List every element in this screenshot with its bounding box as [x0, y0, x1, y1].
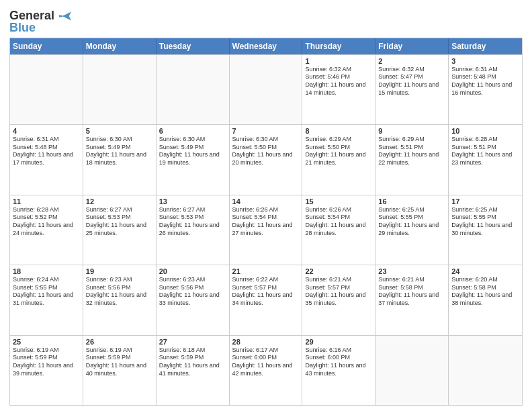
- calendar-header-cell: Monday: [83, 38, 157, 54]
- calendar-cell: 6Sunrise: 6:30 AM Sunset: 5:49 PM Daylig…: [157, 125, 230, 194]
- cell-info: Sunrise: 6:17 AM Sunset: 6:00 PM Dayligh…: [232, 347, 300, 378]
- cell-day-number: 28: [232, 338, 300, 346]
- calendar-cell: 20Sunrise: 6:23 AM Sunset: 5:56 PM Dayli…: [157, 265, 230, 334]
- logo: General Blue: [9, 9, 71, 35]
- cell-day-number: 25: [13, 338, 80, 346]
- cell-day-number: 18: [13, 267, 80, 275]
- cell-day-number: 4: [13, 127, 80, 135]
- cell-info: Sunrise: 6:29 AM Sunset: 5:51 PM Dayligh…: [378, 136, 445, 167]
- cell-info: Sunrise: 6:31 AM Sunset: 5:48 PM Dayligh…: [451, 66, 519, 97]
- calendar-cell: 11Sunrise: 6:28 AM Sunset: 5:52 PM Dayli…: [10, 195, 83, 265]
- cell-day-number: 3: [451, 57, 519, 65]
- cell-day-number: 14: [232, 197, 300, 205]
- cell-info: Sunrise: 6:26 AM Sunset: 5:54 PM Dayligh…: [305, 206, 372, 238]
- calendar-week: 4Sunrise: 6:31 AM Sunset: 5:48 PM Daylig…: [10, 124, 522, 194]
- logo-bird-icon: [59, 11, 71, 21]
- calendar-week: 25Sunrise: 6:19 AM Sunset: 5:59 PM Dayli…: [10, 335, 522, 405]
- calendar-cell: 16Sunrise: 6:25 AM Sunset: 5:55 PM Dayli…: [375, 195, 449, 265]
- cell-day-number: 22: [305, 267, 372, 275]
- calendar-cell: 23Sunrise: 6:21 AM Sunset: 5:58 PM Dayli…: [375, 265, 449, 334]
- calendar-cell: 18Sunrise: 6:24 AM Sunset: 5:55 PM Dayli…: [10, 265, 83, 334]
- cell-day-number: 21: [232, 267, 300, 275]
- cell-info: Sunrise: 6:18 AM Sunset: 5:59 PM Dayligh…: [159, 347, 226, 378]
- cell-day-number: 15: [305, 197, 372, 205]
- cell-info: Sunrise: 6:27 AM Sunset: 5:53 PM Dayligh…: [159, 206, 226, 238]
- calendar-cell: 28Sunrise: 6:17 AM Sunset: 6:00 PM Dayli…: [230, 336, 303, 405]
- calendar-cell: 14Sunrise: 6:26 AM Sunset: 5:54 PM Dayli…: [230, 195, 303, 265]
- cell-day-number: 27: [159, 338, 226, 346]
- cell-day-number: 6: [159, 127, 226, 135]
- calendar-cell: 1Sunrise: 6:32 AM Sunset: 5:46 PM Daylig…: [302, 55, 375, 124]
- cell-info: Sunrise: 6:27 AM Sunset: 5:53 PM Dayligh…: [86, 206, 153, 238]
- cell-info: Sunrise: 6:25 AM Sunset: 5:55 PM Dayligh…: [451, 206, 519, 238]
- cell-info: Sunrise: 6:30 AM Sunset: 5:49 PM Dayligh…: [159, 136, 226, 167]
- cell-day-number: 26: [86, 338, 153, 346]
- cell-info: Sunrise: 6:21 AM Sunset: 5:57 PM Dayligh…: [305, 276, 372, 308]
- calendar-week: 1Sunrise: 6:32 AM Sunset: 5:46 PM Daylig…: [10, 54, 522, 124]
- calendar-cell: 25Sunrise: 6:19 AM Sunset: 5:59 PM Dayli…: [10, 336, 83, 405]
- calendar-header-cell: Friday: [375, 38, 449, 54]
- cell-day-number: 8: [305, 127, 372, 135]
- calendar-body: 1Sunrise: 6:32 AM Sunset: 5:46 PM Daylig…: [10, 54, 522, 405]
- calendar-cell: 4Sunrise: 6:31 AM Sunset: 5:48 PM Daylig…: [10, 125, 83, 194]
- calendar-cell: 3Sunrise: 6:31 AM Sunset: 5:48 PM Daylig…: [449, 55, 522, 124]
- cell-day-number: 24: [451, 267, 519, 275]
- logo-line2: Blue: [9, 21, 36, 35]
- calendar-cell: 24Sunrise: 6:20 AM Sunset: 5:58 PM Dayli…: [449, 265, 522, 334]
- cell-day-number: 29: [305, 338, 372, 346]
- cell-info: Sunrise: 6:31 AM Sunset: 5:48 PM Dayligh…: [13, 136, 80, 167]
- cell-day-number: 23: [378, 267, 445, 275]
- cell-info: Sunrise: 6:32 AM Sunset: 5:47 PM Dayligh…: [378, 66, 445, 97]
- calendar-header-cell: Sunday: [10, 38, 83, 54]
- cell-info: Sunrise: 6:21 AM Sunset: 5:58 PM Dayligh…: [378, 276, 445, 308]
- cell-day-number: 17: [451, 197, 519, 205]
- cell-day-number: 2: [378, 57, 445, 65]
- cell-day-number: 5: [86, 127, 153, 135]
- calendar-cell: 10Sunrise: 6:28 AM Sunset: 5:51 PM Dayli…: [449, 125, 522, 194]
- cell-info: Sunrise: 6:30 AM Sunset: 5:50 PM Dayligh…: [232, 136, 300, 167]
- cell-info: Sunrise: 6:26 AM Sunset: 5:54 PM Dayligh…: [232, 206, 300, 238]
- calendar-cell: [449, 336, 522, 405]
- cell-info: Sunrise: 6:24 AM Sunset: 5:55 PM Dayligh…: [13, 276, 80, 308]
- calendar-cell: [10, 55, 83, 124]
- cell-info: Sunrise: 6:25 AM Sunset: 5:55 PM Dayligh…: [378, 206, 445, 238]
- cell-info: Sunrise: 6:28 AM Sunset: 5:52 PM Dayligh…: [13, 206, 80, 238]
- calendar-header-row: SundayMondayTuesdayWednesdayThursdayFrid…: [10, 38, 522, 54]
- calendar-cell: 15Sunrise: 6:26 AM Sunset: 5:54 PM Dayli…: [302, 195, 375, 265]
- cell-day-number: 11: [13, 197, 80, 205]
- calendar-cell: 21Sunrise: 6:22 AM Sunset: 5:57 PM Dayli…: [230, 265, 303, 334]
- calendar-cell: 2Sunrise: 6:32 AM Sunset: 5:47 PM Daylig…: [375, 55, 449, 124]
- calendar-cell: 26Sunrise: 6:19 AM Sunset: 5:59 PM Dayli…: [83, 336, 157, 405]
- calendar-cell: 9Sunrise: 6:29 AM Sunset: 5:51 PM Daylig…: [375, 125, 449, 194]
- calendar-header-cell: Wednesday: [230, 38, 303, 54]
- calendar-cell: [157, 55, 230, 124]
- calendar-cell: 12Sunrise: 6:27 AM Sunset: 5:53 PM Dayli…: [83, 195, 157, 265]
- cell-day-number: 9: [378, 127, 445, 135]
- calendar-cell: 22Sunrise: 6:21 AM Sunset: 5:57 PM Dayli…: [302, 265, 375, 334]
- calendar-cell: 17Sunrise: 6:25 AM Sunset: 5:55 PM Dayli…: [449, 195, 522, 265]
- cell-info: Sunrise: 6:29 AM Sunset: 5:50 PM Dayligh…: [305, 136, 372, 167]
- cell-info: Sunrise: 6:23 AM Sunset: 5:56 PM Dayligh…: [86, 276, 153, 308]
- cell-day-number: 20: [159, 267, 226, 275]
- cell-info: Sunrise: 6:22 AM Sunset: 5:57 PM Dayligh…: [232, 276, 300, 308]
- calendar-cell: [83, 55, 157, 124]
- cell-info: Sunrise: 6:20 AM Sunset: 5:58 PM Dayligh…: [451, 276, 519, 308]
- calendar-cell: 27Sunrise: 6:18 AM Sunset: 5:59 PM Dayli…: [157, 336, 230, 405]
- calendar-cell: 7Sunrise: 6:30 AM Sunset: 5:50 PM Daylig…: [230, 125, 303, 194]
- calendar-week: 11Sunrise: 6:28 AM Sunset: 5:52 PM Dayli…: [10, 195, 522, 265]
- cell-day-number: 12: [86, 197, 153, 205]
- cell-info: Sunrise: 6:23 AM Sunset: 5:56 PM Dayligh…: [159, 276, 226, 308]
- calendar-header-cell: Tuesday: [157, 38, 230, 54]
- calendar-header-cell: Saturday: [449, 38, 522, 54]
- calendar-cell: [230, 55, 303, 124]
- cell-day-number: 19: [86, 267, 153, 275]
- header: General Blue: [9, 7, 523, 35]
- calendar-cell: [375, 336, 449, 405]
- cell-info: Sunrise: 6:19 AM Sunset: 5:59 PM Dayligh…: [13, 347, 80, 378]
- calendar-cell: 5Sunrise: 6:30 AM Sunset: 5:49 PM Daylig…: [83, 125, 157, 194]
- calendar: SundayMondayTuesdayWednesdayThursdayFrid…: [9, 38, 523, 406]
- cell-day-number: 10: [451, 127, 519, 135]
- calendar-cell: 19Sunrise: 6:23 AM Sunset: 5:56 PM Dayli…: [83, 265, 157, 334]
- cell-day-number: 7: [232, 127, 300, 135]
- cell-day-number: 1: [305, 57, 372, 65]
